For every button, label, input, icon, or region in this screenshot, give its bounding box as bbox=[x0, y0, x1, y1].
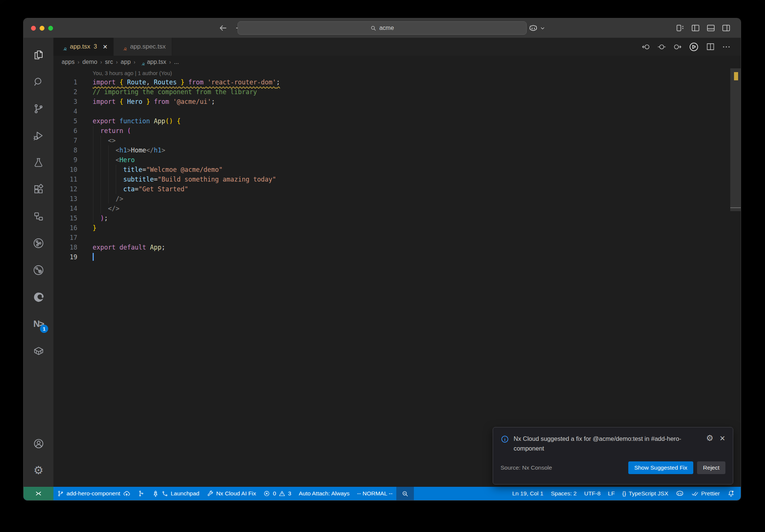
breadcrumb-item[interactable]: apps bbox=[62, 59, 75, 65]
nx-cloud-ai-fix-status[interactable]: Nx Cloud AI Fix bbox=[203, 487, 260, 500]
sidebar-item-nx-cloud[interactable] bbox=[24, 257, 53, 284]
code-line[interactable]: 14 </> bbox=[53, 204, 741, 213]
breadcrumb-item[interactable]: app bbox=[121, 59, 131, 65]
line-number[interactable]: 9 bbox=[53, 155, 77, 165]
code-line[interactable]: 1import { Route, Routes } from 'react-ro… bbox=[53, 77, 741, 87]
code-line[interactable]: 15 ); bbox=[53, 213, 741, 223]
tab-app-spec-tsx[interactable]: app.spec.tsx bbox=[114, 38, 172, 56]
notification-close-icon[interactable]: ✕ bbox=[719, 434, 725, 443]
sidebar-item-source-control[interactable] bbox=[24, 95, 53, 122]
tab-app-tsx[interactable]: app.tsx 3 ✕ bbox=[53, 38, 114, 56]
scrollbar[interactable] bbox=[730, 68, 741, 211]
problems-status[interactable]: 0 3 bbox=[260, 487, 295, 500]
notification-settings-icon[interactable]: ⚙ bbox=[706, 434, 713, 442]
customize-layout-button[interactable] bbox=[675, 23, 685, 33]
sidebar-item-package[interactable] bbox=[24, 337, 53, 364]
command-center-search[interactable]: acme bbox=[238, 21, 527, 35]
accounts-button[interactable] bbox=[24, 430, 53, 457]
sidebar-item-run-debug[interactable] bbox=[24, 122, 53, 149]
line-number[interactable]: 19 bbox=[53, 252, 77, 262]
code-line[interactable]: 17 bbox=[53, 233, 741, 242]
code-line[interactable]: 13 /> bbox=[53, 194, 741, 204]
maximize-window-button[interactable] bbox=[48, 26, 53, 31]
toggle-panel-button[interactable] bbox=[706, 23, 716, 33]
code-line[interactable]: 5export function App() { bbox=[53, 116, 741, 126]
notifications-bell-button[interactable] bbox=[724, 487, 738, 500]
code-line[interactable]: 4 bbox=[53, 106, 741, 116]
line-number[interactable]: 16 bbox=[53, 223, 77, 233]
vim-mode-status[interactable]: -- NORMAL -- bbox=[353, 487, 396, 500]
commit-graph-button[interactable] bbox=[134, 487, 148, 500]
nav-edit-back-button[interactable] bbox=[641, 42, 651, 52]
copilot-button[interactable] bbox=[529, 24, 538, 33]
navigate-back-button[interactable] bbox=[219, 24, 227, 33]
code-line[interactable]: 12 cta="Get Started" bbox=[53, 184, 741, 194]
sidebar-item-nx[interactable]: N> 1 bbox=[24, 310, 53, 337]
code-line[interactable]: 10 title="Welcmoe @acme/demo" bbox=[53, 165, 741, 174]
code-line[interactable]: 19 bbox=[53, 252, 741, 262]
line-number[interactable]: 6 bbox=[53, 126, 77, 136]
line-number[interactable]: 12 bbox=[53, 184, 77, 194]
code-line[interactable]: 7 <> bbox=[53, 136, 741, 145]
sidebar-item-project-structure[interactable] bbox=[24, 203, 53, 230]
breadcrumb-item[interactable]: demo bbox=[82, 59, 97, 65]
code-editor[interactable]: You, 3 hours ago | 1 author (You) 1impor… bbox=[53, 68, 741, 487]
line-number[interactable]: 18 bbox=[53, 242, 77, 252]
sidebar-item-edge-browser[interactable] bbox=[24, 284, 53, 310]
code-line[interactable]: 6 return ( bbox=[53, 126, 741, 136]
launchpad-status[interactable]: Launchpad bbox=[148, 487, 203, 500]
line-number[interactable]: 10 bbox=[53, 165, 77, 174]
code-line[interactable]: 16} bbox=[53, 223, 741, 233]
git-branch-status[interactable]: add-hero-component bbox=[53, 487, 134, 500]
settings-button[interactable]: ⚙ bbox=[24, 457, 53, 484]
reject-button[interactable]: Reject bbox=[697, 461, 725, 474]
breadcrumb-item[interactable]: ... bbox=[174, 59, 179, 65]
code-line[interactable]: 9 <Hero bbox=[53, 155, 741, 165]
eol-status[interactable]: LF bbox=[604, 487, 619, 500]
line-number[interactable]: 5 bbox=[53, 116, 77, 126]
line-number[interactable]: 15 bbox=[53, 213, 77, 223]
nav-edit-current-button[interactable] bbox=[657, 42, 666, 52]
code-line[interactable]: 3import { Hero } from '@acme/ui'; bbox=[53, 97, 741, 106]
code-line[interactable]: 18export default App; bbox=[53, 242, 741, 252]
minimize-window-button[interactable] bbox=[40, 26, 44, 31]
line-number[interactable]: 17 bbox=[53, 233, 77, 242]
line-number[interactable]: 11 bbox=[53, 174, 77, 184]
split-editor-button[interactable] bbox=[706, 42, 715, 52]
line-number[interactable]: 13 bbox=[53, 194, 77, 204]
sidebar-item-nx-console[interactable] bbox=[24, 230, 53, 257]
line-number[interactable]: 2 bbox=[53, 87, 77, 97]
nav-edit-forward-button[interactable] bbox=[673, 42, 682, 52]
line-number[interactable]: 8 bbox=[53, 145, 77, 155]
line-number[interactable]: 4 bbox=[53, 106, 77, 116]
sidebar-item-extensions[interactable] bbox=[24, 176, 53, 203]
breadcrumb-item[interactable]: src bbox=[105, 59, 113, 65]
more-actions-button[interactable] bbox=[722, 42, 731, 52]
copilot-status[interactable] bbox=[672, 487, 688, 500]
auto-attach-status[interactable]: Auto Attach: Always bbox=[295, 487, 353, 500]
close-window-button[interactable] bbox=[31, 26, 36, 31]
remote-indicator[interactable] bbox=[24, 487, 53, 500]
formatter-status[interactable]: Prettier bbox=[688, 487, 724, 500]
sidebar-item-testing[interactable] bbox=[24, 149, 53, 176]
code-line[interactable]: 11 subtitle="Build something amazing tod… bbox=[53, 174, 741, 184]
encoding-status[interactable]: UTF-8 bbox=[580, 487, 604, 500]
copilot-menu-button[interactable] bbox=[540, 25, 545, 31]
show-suggested-fix-button[interactable]: Show Suggested Fix bbox=[628, 461, 693, 474]
code-line[interactable]: 2// importing the component from the lib… bbox=[53, 87, 741, 97]
zoom-indicator[interactable] bbox=[396, 487, 414, 500]
line-number[interactable]: 7 bbox=[53, 136, 77, 145]
sidebar-item-explorer[interactable] bbox=[24, 41, 53, 68]
cursor-position-status[interactable]: Ln 19, Col 1 bbox=[508, 487, 547, 500]
line-number[interactable]: 3 bbox=[53, 97, 77, 106]
line-number[interactable]: 1 bbox=[53, 77, 77, 87]
toggle-secondary-sidebar-button[interactable] bbox=[721, 23, 731, 33]
sidebar-item-search[interactable] bbox=[24, 68, 53, 95]
code-line[interactable]: 8 <h1>Home</h1> bbox=[53, 145, 741, 155]
indentation-status[interactable]: Spaces: 2 bbox=[547, 487, 580, 500]
language-mode-status[interactable]: {} TypeScript JSX bbox=[619, 487, 672, 500]
toggle-primary-sidebar-button[interactable] bbox=[691, 23, 700, 33]
breadcrumb-item-file[interactable]: app.tsx bbox=[138, 59, 166, 65]
close-tab-icon[interactable]: ✕ bbox=[103, 43, 108, 50]
run-or-debug-button[interactable] bbox=[688, 41, 699, 52]
